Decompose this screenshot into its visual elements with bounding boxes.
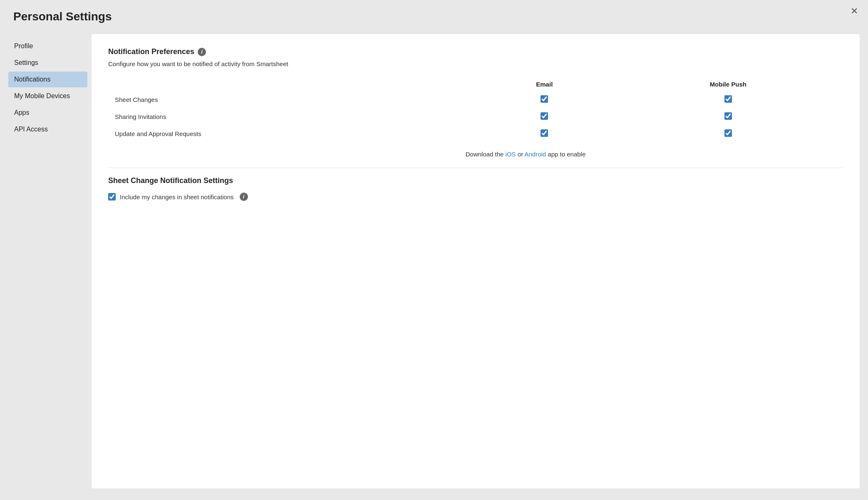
sidebar-item-profile[interactable]: Profile	[8, 38, 87, 54]
sidebar-item-apps[interactable]: Apps	[8, 105, 87, 121]
footer: Privacy Policy Cancel Save	[0, 493, 868, 500]
download-note-suffix: app to enable	[546, 151, 585, 158]
sidebar-item-my-mobile-devices[interactable]: My Mobile Devices	[8, 88, 87, 104]
include-changes-label: Include my changes in sheet notification…	[120, 193, 234, 200]
row-sheet-changes-label: Sheet Changes	[108, 91, 476, 108]
sharing-invitations-email-checkbox[interactable]	[541, 112, 548, 120]
row-update-approval-mobile-cell	[613, 125, 843, 142]
row-sharing-invitations-mobile-cell	[613, 108, 843, 125]
notification-table: Email Mobile Push Sheet Changes Sharing …	[108, 77, 843, 142]
update-approval-mobile-checkbox[interactable]	[724, 129, 732, 137]
sidebar-item-notifications[interactable]: Notifications	[8, 72, 87, 87]
android-link[interactable]: Android	[524, 151, 546, 158]
page-title: Personal Settings	[13, 10, 855, 23]
row-sharing-invitations-label: Sharing Invitations	[108, 108, 476, 125]
close-button[interactable]: ✕	[851, 6, 858, 17]
section-divider	[108, 168, 843, 168]
row-sheet-changes-email-cell	[476, 91, 613, 108]
content-area: Notification Preferences i Configure how…	[92, 34, 860, 488]
include-changes-row: Include my changes in sheet notification…	[108, 193, 843, 201]
download-note-prefix: Download the	[466, 151, 506, 158]
col-label	[108, 77, 476, 91]
ios-link[interactable]: iOS	[506, 151, 516, 158]
sidebar-item-settings[interactable]: Settings	[8, 55, 87, 71]
section1-title: Notification Preferences i	[108, 47, 843, 56]
download-note-middle: or	[516, 151, 525, 158]
col-email: Email	[476, 77, 613, 91]
page-header: Personal Settings	[0, 0, 868, 30]
update-approval-email-checkbox[interactable]	[541, 129, 548, 137]
table-row: Sheet Changes	[108, 91, 843, 108]
sheet-changes-mobile-checkbox[interactable]	[724, 95, 732, 103]
section2-title: Sheet Change Notification Settings	[108, 176, 843, 185]
sheet-changes-email-checkbox[interactable]	[541, 95, 548, 103]
section1-description: Configure how you want to be notified of…	[108, 60, 843, 67]
row-sheet-changes-mobile-cell	[613, 91, 843, 108]
notification-preferences-info-icon: i	[198, 48, 206, 56]
notification-preferences-label: Notification Preferences	[108, 47, 194, 56]
col-mobile-push: Mobile Push	[613, 77, 843, 91]
row-update-approval-email-cell	[476, 125, 613, 142]
sidebar: Profile Settings Notifications My Mobile…	[0, 30, 87, 493]
download-note: Download the iOS or Android app to enabl…	[108, 151, 843, 158]
include-changes-checkbox[interactable]	[108, 193, 116, 200]
main-layout: Profile Settings Notifications My Mobile…	[0, 30, 868, 493]
table-row: Update and Approval Requests	[108, 125, 843, 142]
row-update-approval-label: Update and Approval Requests	[108, 125, 476, 142]
table-row: Sharing Invitations	[108, 108, 843, 125]
sharing-invitations-mobile-checkbox[interactable]	[724, 112, 732, 120]
row-sharing-invitations-email-cell	[476, 108, 613, 125]
sidebar-item-api-access[interactable]: API Access	[8, 121, 87, 137]
include-changes-info-icon: i	[240, 193, 248, 201]
